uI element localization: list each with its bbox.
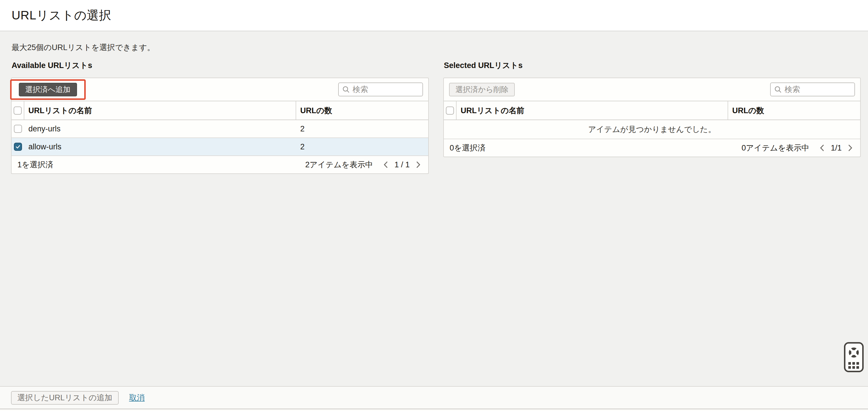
row-checkbox[interactable]: [14, 125, 22, 133]
chevron-left-icon: [818, 144, 826, 152]
select-all-cell: [11, 101, 24, 120]
select-all-checkbox[interactable]: [446, 106, 454, 115]
available-table-header: URLリストの名前 URLの数: [11, 101, 428, 120]
table-row[interactable]: deny-urls 2: [11, 120, 428, 138]
row-check-cell: [11, 120, 24, 137]
row-check-cell: [11, 138, 24, 155]
available-search-input[interactable]: [353, 85, 416, 94]
annotation-highlight-box: 選択済へ追加: [10, 79, 86, 100]
search-icon: [342, 85, 350, 94]
prev-page-button[interactable]: [381, 160, 390, 169]
chevron-left-icon: [382, 161, 390, 169]
chevron-right-icon: [846, 144, 854, 152]
row-name: deny-urls: [24, 120, 296, 137]
bottom-action-bar: 選択したURLリストの追加 取消: [0, 386, 868, 409]
available-table-footer: 1を選択済 2アイテムを表示中 1 / 1: [11, 156, 428, 173]
column-header-name: URLリストの名前: [457, 101, 728, 120]
prev-page-button[interactable]: [818, 144, 827, 152]
selected-table-header: URLリストの名前 URLの数: [444, 101, 860, 120]
table-row[interactable]: allow-urls 2: [11, 138, 428, 156]
available-panel: 選択済へ追加: [11, 77, 429, 174]
available-heading: Available URLリストs: [11, 60, 429, 71]
select-all-cell: [444, 101, 457, 120]
column-header-count: URLの数: [728, 101, 860, 120]
pagination: 1/1: [818, 144, 855, 153]
chevron-right-icon: [414, 161, 422, 169]
page-header: URLリストの選択: [0, 0, 868, 31]
selected-count-text: 1を選択済: [18, 159, 53, 170]
selected-panel-column: Selected URLリストs 選択済から削除: [443, 60, 861, 174]
selected-search-box[interactable]: [770, 83, 855, 96]
showing-items-text: 0アイテムを表示中: [742, 143, 809, 153]
add-to-selected-button[interactable]: 選択済へ追加: [19, 83, 77, 96]
row-checkbox[interactable]: [14, 143, 22, 151]
url-list-selection-page: URLリストの選択 最大25個のURLリストを選択できます。 Available…: [0, 0, 868, 411]
available-search-box[interactable]: [338, 83, 423, 96]
row-count: 2: [296, 120, 428, 137]
remove-from-selected-button[interactable]: 選択済から削除: [449, 83, 515, 96]
next-page-button[interactable]: [414, 160, 423, 169]
cancel-link[interactable]: 取消: [129, 392, 145, 403]
row-name: allow-urls: [24, 138, 296, 155]
life-ring-icon: [846, 345, 861, 360]
selected-heading: Selected URLリストs: [444, 60, 861, 71]
selected-table-footer: 0を選択済 0アイテムを表示中 1/1: [444, 139, 860, 157]
page-indicator: 1 / 1: [394, 160, 410, 169]
selected-panel: 選択済から削除: [443, 77, 861, 157]
column-header-name: URLリストの名前: [24, 101, 296, 120]
selected-search-input[interactable]: [785, 85, 848, 94]
add-selected-url-lists-button[interactable]: 選択したURLリストの追加: [11, 391, 119, 405]
column-header-count: URLの数: [296, 101, 428, 120]
page-title: URLリストの選択: [11, 7, 111, 24]
pagination: 1 / 1: [381, 160, 423, 169]
available-toolbar: 選択済へ追加: [11, 78, 428, 101]
content-area: 最大25個のURLリストを選択できます。 Available URLリストs 選…: [0, 31, 868, 174]
help-widget[interactable]: [844, 342, 864, 372]
dots-grid-icon: [848, 362, 860, 369]
row-count: 2: [296, 138, 428, 155]
selected-count-text: 0を選択済: [450, 143, 486, 153]
showing-items-text: 2アイテムを表示中: [305, 159, 373, 170]
search-icon: [774, 85, 782, 94]
select-all-checkbox[interactable]: [13, 106, 22, 115]
page-indicator: 1/1: [831, 144, 842, 153]
empty-state-message: アイテムが見つかりませんでした。: [444, 120, 860, 139]
selected-toolbar: 選択済から削除: [444, 78, 860, 101]
available-panel-column: Available URLリストs 選択済へ追加: [11, 60, 429, 174]
next-page-button[interactable]: [846, 144, 855, 152]
intro-text: 最大25個のURLリストを選択できます。: [11, 31, 861, 53]
bottom-strip: [0, 409, 868, 411]
